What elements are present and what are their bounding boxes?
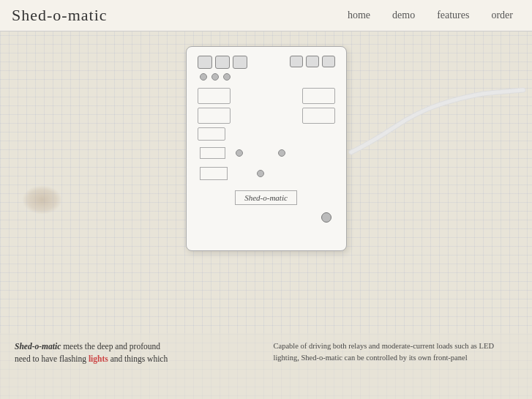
bar-1 <box>198 88 231 104</box>
left-bars <box>198 88 231 141</box>
knob-3 <box>257 170 264 177</box>
bar-3 <box>198 127 225 141</box>
controls-row <box>187 143 346 163</box>
middle-section <box>187 85 346 143</box>
site-title: Shed-o-matic <box>12 6 108 25</box>
nav-demo[interactable]: demo <box>392 10 415 21</box>
led-row <box>187 69 346 85</box>
nav-order[interactable]: order <box>491 10 513 21</box>
lower-section <box>187 163 346 184</box>
coffee-stain <box>22 185 62 215</box>
lower-rect-1 <box>200 167 228 180</box>
led-3 <box>223 73 231 81</box>
button-group-right <box>290 56 335 69</box>
right-bars <box>302 88 335 141</box>
button-4 <box>290 56 303 67</box>
button-3 <box>233 56 247 69</box>
button-group-left <box>198 56 247 69</box>
knob-bottom <box>321 212 331 223</box>
bottom-knob-row <box>187 209 346 225</box>
led-1 <box>200 73 207 81</box>
nav-home[interactable]: home <box>348 10 370 21</box>
bar-2 <box>198 108 231 124</box>
device-label-area: Shed-o-matic <box>187 190 346 205</box>
button-row-top <box>187 47 346 69</box>
bar-4 <box>302 88 335 104</box>
device-label: Shed-o-matic <box>235 190 297 205</box>
brand-name-bold: Shed-o-matic <box>15 342 61 351</box>
knob-1 <box>236 149 243 157</box>
bottom-text-area: Shed-o-matic meets the deep and profound… <box>0 333 532 399</box>
lights-link[interactable]: lights <box>89 354 108 363</box>
button-5 <box>306 56 319 67</box>
bottom-left-text: Shed-o-matic meets the deep and profound… <box>15 340 259 392</box>
device-body: Shed-o-matic <box>186 46 347 251</box>
device-illustration: Shed-o-matic <box>153 39 380 266</box>
main-nav: home demo features order <box>348 10 513 21</box>
knob-2 <box>278 149 285 157</box>
header: Shed-o-matic home demo features order <box>0 0 532 31</box>
button-6 <box>322 56 335 67</box>
bar-5 <box>302 108 335 124</box>
control-rect-1 <box>200 147 225 159</box>
led-2 <box>211 73 219 81</box>
bottom-right-text: Capable of driving both relays and moder… <box>274 340 518 392</box>
nav-features[interactable]: features <box>437 10 469 21</box>
main-content: Shed-o-matic <box>0 31 532 266</box>
button-1 <box>198 56 212 69</box>
page-wrapper: Shed-o-matic home demo features order <box>0 0 532 399</box>
button-2 <box>215 56 230 69</box>
